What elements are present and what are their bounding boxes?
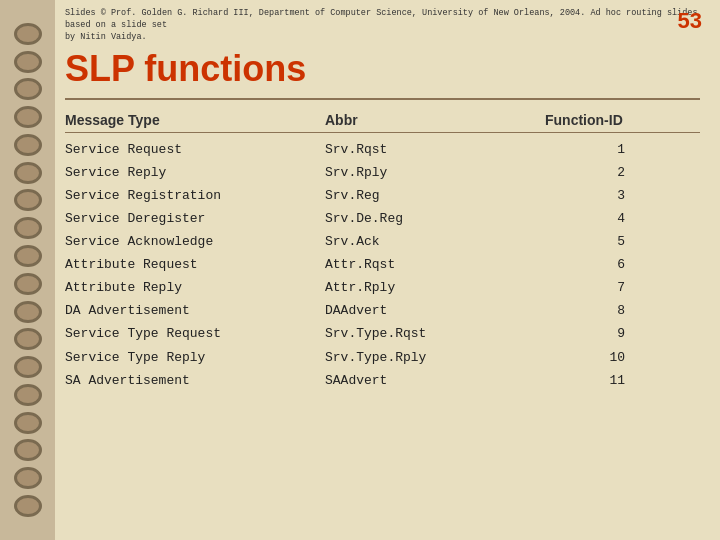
cell-type: Attribute Request	[65, 254, 325, 276]
spiral-ring	[14, 162, 42, 184]
table-row: Service Type RequestSrv.Type.Rqst9	[65, 323, 700, 345]
cell-type: Service Acknowledge	[65, 231, 325, 253]
slp-table: Message Type Abbr Function-ID Service Re…	[65, 112, 700, 530]
cell-id: 10	[545, 347, 665, 369]
cell-id: 1	[545, 139, 665, 161]
spiral-ring	[14, 384, 42, 406]
col-header-type: Message Type	[65, 112, 325, 128]
spiral-ring	[14, 273, 42, 295]
table-header: Message Type Abbr Function-ID	[65, 112, 700, 133]
table-body: Service RequestSrv.Rqst1Service ReplySrv…	[65, 139, 700, 392]
cell-type: Service Type Reply	[65, 347, 325, 369]
cell-type: Attribute Reply	[65, 277, 325, 299]
cell-type: Service Request	[65, 139, 325, 161]
content-area: Slides © Prof. Golden G. Richard III, De…	[55, 0, 720, 540]
table-row: Service ReplySrv.Rply2	[65, 162, 700, 184]
col-header-id: Function-ID	[545, 112, 665, 128]
col-header-abbr: Abbr	[325, 112, 545, 128]
cell-id: 3	[545, 185, 665, 207]
spiral-ring	[14, 356, 42, 378]
page-number: 53	[678, 8, 702, 34]
spiral-ring	[14, 467, 42, 489]
table-row: Service RegistrationSrv.Reg3	[65, 185, 700, 207]
cell-abbr: Srv.Type.Rply	[325, 347, 545, 369]
cell-id: 9	[545, 323, 665, 345]
cell-abbr: Srv.Ack	[325, 231, 545, 253]
cell-abbr: Srv.Rqst	[325, 139, 545, 161]
cell-abbr: Srv.Type.Rqst	[325, 323, 545, 345]
spiral-ring	[14, 328, 42, 350]
title-divider	[65, 98, 700, 100]
header-attribution: Slides © Prof. Golden G. Richard III, De…	[65, 8, 700, 44]
cell-id: 2	[545, 162, 665, 184]
cell-abbr: Srv.De.Reg	[325, 208, 545, 230]
cell-type: Service Type Request	[65, 323, 325, 345]
cell-id: 5	[545, 231, 665, 253]
cell-abbr: Srv.Rply	[325, 162, 545, 184]
cell-abbr: DAAdvert	[325, 300, 545, 322]
spiral-binding	[0, 0, 55, 540]
spiral-ring	[14, 412, 42, 434]
spiral-ring	[14, 301, 42, 323]
spiral-ring	[14, 245, 42, 267]
spiral-ring	[14, 495, 42, 517]
spiral-ring	[14, 78, 42, 100]
cell-type: DA Advertisement	[65, 300, 325, 322]
cell-id: 6	[545, 254, 665, 276]
table-row: Attribute RequestAttr.Rqst6	[65, 254, 700, 276]
spiral-ring	[14, 134, 42, 156]
spiral-ring	[14, 217, 42, 239]
cell-id: 8	[545, 300, 665, 322]
table-row: Attribute ReplyAttr.Rply7	[65, 277, 700, 299]
cell-type: SA Advertisement	[65, 370, 325, 392]
cell-abbr: Attr.Rqst	[325, 254, 545, 276]
cell-type: Service Reply	[65, 162, 325, 184]
table-row: SA AdvertisementSAAdvert11	[65, 370, 700, 392]
table-row: Service Type ReplySrv.Type.Rply10	[65, 347, 700, 369]
spiral-ring	[14, 23, 42, 45]
cell-type: Service Deregister	[65, 208, 325, 230]
spiral-ring	[14, 189, 42, 211]
cell-abbr: SAAdvert	[325, 370, 545, 392]
page-container: Slides © Prof. Golden G. Richard III, De…	[0, 0, 720, 540]
cell-type: Service Registration	[65, 185, 325, 207]
page-title: SLP functions	[65, 48, 700, 90]
table-row: DA AdvertisementDAAdvert8	[65, 300, 700, 322]
cell-abbr: Srv.Reg	[325, 185, 545, 207]
spiral-ring	[14, 51, 42, 73]
spiral-ring	[14, 106, 42, 128]
cell-id: 4	[545, 208, 665, 230]
table-row: Service DeregisterSrv.De.Reg4	[65, 208, 700, 230]
spiral-ring	[14, 439, 42, 461]
table-row: Service AcknowledgeSrv.Ack5	[65, 231, 700, 253]
table-row: Service RequestSrv.Rqst1	[65, 139, 700, 161]
cell-id: 11	[545, 370, 665, 392]
cell-abbr: Attr.Rply	[325, 277, 545, 299]
cell-id: 7	[545, 277, 665, 299]
